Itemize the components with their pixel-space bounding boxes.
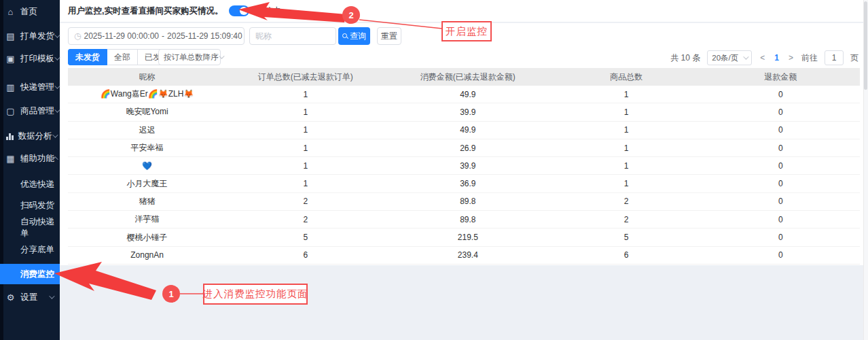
app-window: ⌂ 首页 ▤ 打单发货 ▣ 打印模板 ▥ 快递管理 ▢ 商品管理 数据分析 [0,0,868,340]
reset-button[interactable]: 重置 [377,27,401,45]
current-page-number[interactable]: 1 [773,53,780,63]
sidebar-item-aux-functions[interactable]: ▦ 辅助功能 [0,149,60,168]
page-unit-label: 页 [850,52,858,64]
sort-order-label: 按订单总数降序 [164,52,219,63]
cell-goods: 5 [551,233,702,242]
chevron-down-icon [54,54,60,60]
scrollbar-thumb[interactable] [864,1,867,90]
cell-refund: 0 [702,197,860,206]
table-row[interactable]: 洋芋猫 2 89.8 2 0 [68,211,860,228]
cell-amount: 39.9 [384,161,551,171]
date-start-value: 2025-11-29 00:00:00 [84,31,159,41]
query-button[interactable]: 查询 [338,27,370,45]
table-header-row: 昵称 订单总数(已减去退款订单) 消费金额(已减去退款金额) 商品总数 退款金额 [68,68,860,86]
cell-goods: 1 [551,90,702,99]
sidebar-item-settings[interactable]: ⚙ 设置 [0,288,60,307]
table-row[interactable]: 猪猪 2 89.8 2 0 [68,193,860,211]
sidebar-item-express-management[interactable]: ▥ 快递管理 [0,78,60,97]
table-row[interactable]: 平安幸福 1 26.9 1 0 [68,139,860,157]
sidebar-item-data-analysis[interactable]: 数据分析 [0,126,60,146]
goto-page-input[interactable] [825,50,844,65]
sidebar-subitem-share-receipt[interactable]: 分享底单 [0,241,60,258]
sidebar-item-label: 首页 [20,6,60,18]
cell-refund: 0 [702,215,860,224]
page-description: 用户监控,实时查看直播间买家购买情况。 [68,5,223,17]
cell-orders: 1 [226,179,384,188]
sort-order-dropdown[interactable]: 按订单总数降序 [158,49,221,65]
pagination: 共 10 条 20条/页 < 1 > 前往 页 [670,50,858,65]
col-header-nickname: 昵称 [68,71,226,83]
sidebar-subitem-label: 自动快递单 [20,216,60,239]
sidebar-subitem-consume-monitor-active[interactable]: 消费监控 [0,264,60,284]
express-list-icon: ▥ [5,82,16,92]
cell-amount: 239.4 [384,250,551,260]
sidebar-item-print-template[interactable]: ▣ 打印模板 [0,49,60,68]
table-row[interactable]: ZongnAn 6 239.4 6 0 [68,247,860,265]
cell-nickname: ZongnAn [68,250,226,260]
cell-amount: 89.8 [384,197,551,206]
table-row[interactable]: 晚安呢Yomi 1 39.9 1 0 [68,103,860,121]
cell-orders: 1 [226,90,384,99]
cell-orders: 1 [226,161,384,171]
cell-amount: 219.5 [384,233,551,242]
cell-nickname: 迟迟 [68,124,226,136]
cell-nickname: 晚安呢Yomi [68,106,226,118]
topbar: 用户监控,实时查看直播间买家购买情况。 监控中 [60,0,868,22]
table-row[interactable]: 💙 1 39.9 1 0 [68,157,860,175]
monitor-toggle[interactable] [229,5,249,16]
page-size-dropdown[interactable]: 20条/页 [707,50,752,65]
chevron-down-icon [49,293,54,299]
cell-amount: 39.9 [384,107,551,117]
sidebar-item-label: 设置 [20,292,49,303]
cell-nickname: 💙 [68,161,226,171]
sidebar-subitem-label: 消费监控 [20,269,54,280]
cell-nickname: 小月大魔王 [68,178,226,190]
cell-refund: 0 [702,107,860,117]
cell-amount: 49.9 [384,125,551,135]
table-row[interactable]: 小月大魔王 1 36.9 1 0 [68,175,860,192]
sidebar-subitem-scan-shipping[interactable]: 扫码发货 [0,197,60,214]
sidebar-item-order-shipping[interactable]: ▤ 打单发货 [0,27,60,46]
sidebar-item-product-management[interactable]: ▢ 商品管理 [0,101,60,120]
tab-unshipped[interactable]: 未发货 [68,49,107,65]
cell-orders: 2 [226,197,384,206]
date-range-picker[interactable]: ◷ 2025-11-29 00:00:00 - 2025-11-29 15:09… [68,27,245,45]
chevron-down-icon [54,107,60,112]
table-row[interactable]: 迟迟 1 49.9 1 0 [68,122,860,139]
bar-chart-icon [6,133,14,140]
home-icon: ⌂ [5,7,16,17]
chevron-down-icon [54,83,60,88]
table-row[interactable]: 🌈Wang嘉Er🌈🦊ZLH🦊 1 49.9 1 0 [68,86,860,103]
next-page-icon[interactable]: > [787,53,795,63]
tab-all[interactable]: 全部 [107,49,138,65]
sidebar-subitem-preferred-express[interactable]: 优选快递 [0,175,60,193]
cell-orders: 1 [226,125,384,135]
clock-icon: ◷ [74,31,81,41]
cell-amount: 26.9 [384,143,551,153]
sidebar-item-home[interactable]: ⌂ 首页 [0,2,60,21]
cell-nickname: 樱桃小锤子 [68,232,226,243]
toggle-knob [240,7,248,15]
sidebar: ⌂ 首页 ▤ 打单发货 ▣ 打印模板 ▥ 快递管理 ▢ 商品管理 数据分析 [0,0,60,340]
consume-table: 昵称 订单总数(已减去退款订单) 消费金额(已减去退款金额) 商品总数 退款金额… [68,68,860,265]
sidebar-subitem-auto-waybill[interactable]: 自动快递单 [0,219,60,237]
order-shipping-icon: ▤ [5,31,16,41]
cell-amount: 36.9 [384,179,551,188]
cell-orders: 5 [226,233,384,242]
cell-goods: 1 [551,107,702,117]
sidebar-subitem-label: 分享底单 [20,244,54,256]
vertical-scrollbar[interactable] [863,0,868,340]
date-end-value: 2025-11-29 15:09:40 [167,31,242,41]
nickname-input[interactable] [249,27,336,45]
cell-refund: 0 [702,250,860,260]
prev-page-icon[interactable]: < [759,53,766,63]
cell-nickname: 猪猪 [68,196,226,207]
cell-goods: 2 [551,215,702,224]
cell-refund: 0 [702,233,860,242]
date-range-separator: - [159,31,167,41]
table-row[interactable]: 樱桃小锤子 5 219.5 5 0 [68,228,860,246]
sidebar-subitem-label: 扫码发货 [20,200,54,211]
chevron-down-icon [743,54,748,59]
page-size-value: 20条/页 [712,53,738,63]
cell-goods: 1 [551,143,702,153]
